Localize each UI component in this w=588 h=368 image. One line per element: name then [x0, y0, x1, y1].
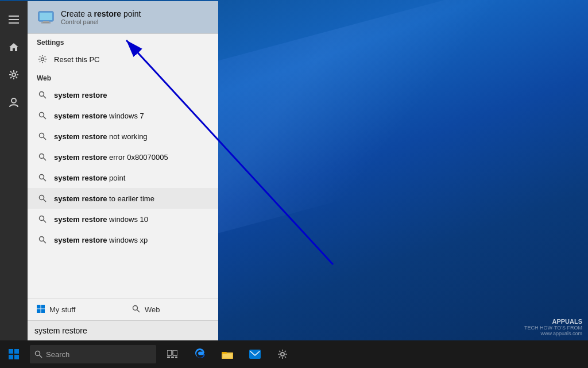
- svg-rect-2: [9, 16, 19, 17]
- start-button[interactable]: [0, 340, 28, 368]
- search-icon-1: [37, 89, 48, 101]
- svg-point-26: [40, 237, 44, 241]
- web-item-2[interactable]: system restore windows 7: [28, 105, 218, 126]
- task-view-button[interactable]: [158, 340, 186, 368]
- svg-point-24: [40, 216, 44, 221]
- svg-point-20: [40, 175, 44, 179]
- windows-logo-icon: [37, 305, 45, 315]
- taskbar-search-box[interactable]: Search: [30, 345, 156, 363]
- start-sidebar: [0, 1, 28, 340]
- settings-button[interactable]: [269, 340, 296, 368]
- my-stuff-tab[interactable]: My stuff: [28, 299, 123, 320]
- web-item-label-1: system restore: [54, 91, 107, 99]
- start-search-bar: [28, 320, 218, 340]
- start-menu: Create a restore point Control panel Set…: [0, 1, 218, 340]
- my-stuff-label: My stuff: [49, 305, 75, 314]
- web-item-label-4: system restore error 0x80070005: [54, 153, 168, 162]
- web-item-5[interactable]: system restore point: [28, 167, 218, 188]
- svg-rect-37: [14, 355, 19, 359]
- svg-line-25: [44, 220, 47, 223]
- svg-line-27: [44, 241, 47, 244]
- svg-point-22: [40, 195, 44, 200]
- search-icon-6: [37, 193, 48, 204]
- edge-browser-button[interactable]: [186, 340, 214, 368]
- svg-point-32: [133, 306, 138, 310]
- svg-line-19: [44, 158, 47, 161]
- web-item-1[interactable]: system restore: [28, 85, 218, 105]
- web-item-7[interactable]: system restore windows 10: [28, 209, 218, 229]
- sidebar-home[interactable]: [0, 33, 28, 61]
- svg-rect-30: [37, 309, 41, 313]
- sidebar-hamburger[interactable]: [0, 6, 28, 33]
- web-item-label-3: system restore not working: [54, 132, 148, 141]
- web-section-header: Web: [28, 70, 218, 85]
- svg-point-5: [12, 73, 16, 76]
- svg-point-18: [40, 154, 44, 159]
- search-icon-2: [37, 110, 48, 121]
- top-result-item[interactable]: Create a restore point Control panel: [28, 1, 218, 34]
- svg-point-38: [36, 351, 40, 356]
- svg-rect-44: [175, 356, 177, 358]
- svg-rect-28: [37, 305, 41, 309]
- search-icon-7: [37, 213, 48, 225]
- svg-rect-10: [41, 22, 51, 24]
- svg-rect-31: [41, 309, 45, 313]
- svg-rect-47: [223, 354, 232, 358]
- svg-line-39: [40, 355, 42, 358]
- web-item-6[interactable]: system restore to earlier time: [28, 188, 218, 209]
- svg-point-49: [281, 352, 284, 356]
- gear-icon: [37, 53, 48, 65]
- start-search-input[interactable]: [34, 326, 211, 335]
- watermark: APPUALS TECH HOW-TO'S FROM www.appuals.c…: [524, 318, 582, 336]
- svg-rect-34: [9, 349, 13, 354]
- web-item-label-7: system restore windows 10: [54, 215, 148, 224]
- svg-line-15: [44, 117, 47, 120]
- web-item-label-6: system restore to earlier time: [54, 194, 154, 203]
- reset-pc-label: Reset this PC: [54, 55, 99, 64]
- svg-rect-36: [9, 355, 13, 359]
- svg-rect-35: [14, 349, 19, 354]
- web-item-3[interactable]: system restore not working: [28, 126, 218, 147]
- web-item-8[interactable]: system restore windows xp: [28, 229, 218, 250]
- svg-rect-41: [173, 350, 177, 355]
- top-result-subtitle: Control panel: [61, 18, 141, 25]
- settings-reset-pc[interactable]: Reset this PC: [28, 49, 218, 70]
- svg-rect-8: [40, 13, 52, 20]
- computer-icon: [37, 8, 55, 26]
- top-result-title: Create a restore point: [61, 9, 141, 18]
- file-explorer-button[interactable]: [214, 340, 241, 368]
- svg-line-21: [44, 179, 47, 182]
- web-item-label-2: system restore windows 7: [54, 112, 144, 120]
- svg-rect-46: [222, 352, 227, 354]
- svg-point-12: [40, 92, 44, 97]
- svg-line-33: [137, 310, 140, 313]
- top-result-text: Create a restore point Control panel: [61, 9, 141, 25]
- svg-rect-43: [171, 356, 174, 358]
- web-tab-label: Web: [145, 305, 160, 314]
- web-item-label-5: system restore point: [54, 174, 125, 182]
- start-bottom-tabs: My stuff Web: [28, 298, 218, 320]
- taskbar: Search: [0, 340, 588, 368]
- mail-button[interactable]: [241, 340, 269, 368]
- web-tab[interactable]: Web: [123, 299, 218, 320]
- web-item-label-8: system restore windows xp: [54, 236, 148, 244]
- sidebar-user[interactable]: [0, 89, 28, 116]
- sidebar-settings[interactable]: [0, 61, 28, 89]
- svg-rect-9: [43, 21, 49, 22]
- start-content: Create a restore point Control panel Set…: [28, 1, 218, 340]
- svg-point-6: [11, 98, 16, 103]
- svg-rect-42: [167, 356, 170, 358]
- svg-rect-4: [9, 22, 19, 24]
- taskbar-search-text: Search: [46, 350, 69, 359]
- svg-rect-40: [167, 350, 172, 355]
- search-icon-5: [37, 172, 48, 183]
- svg-point-11: [41, 58, 44, 61]
- search-icon-4: [37, 151, 48, 163]
- search-icon-8: [37, 234, 48, 246]
- svg-rect-29: [41, 305, 45, 309]
- svg-rect-3: [9, 19, 19, 20]
- search-icon-3: [37, 131, 48, 142]
- svg-line-13: [44, 96, 47, 99]
- svg-line-17: [44, 137, 47, 140]
- web-item-4[interactable]: system restore error 0x80070005: [28, 147, 218, 167]
